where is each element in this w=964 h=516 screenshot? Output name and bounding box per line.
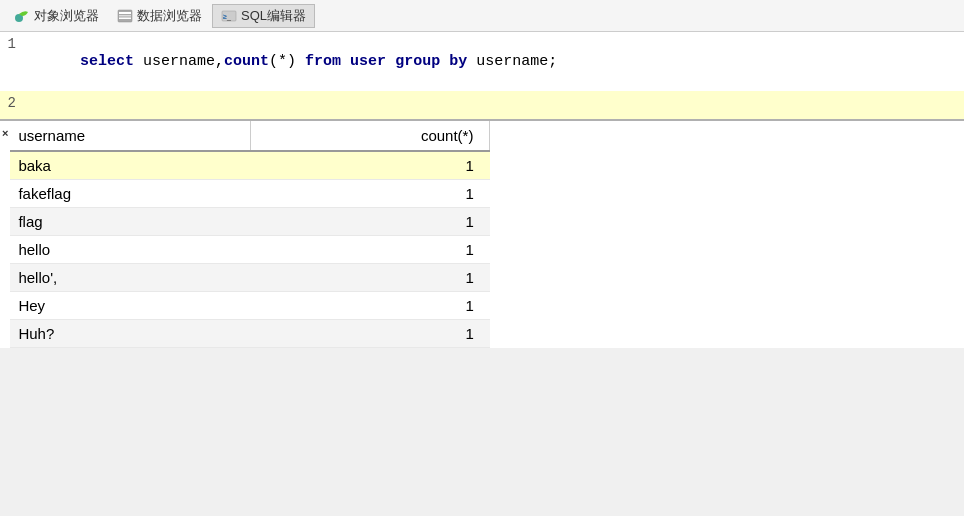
- cell-count: 1: [250, 180, 490, 208]
- sql-editor-icon: ≥ _: [221, 8, 237, 24]
- table-row: Huh?1: [10, 320, 490, 348]
- line-number-1: 1: [0, 32, 20, 91]
- data-browser-btn[interactable]: 数据浏览器: [109, 5, 210, 27]
- cell-count: 1: [250, 151, 490, 180]
- line-number-2: 2: [0, 91, 20, 119]
- cell-username: Huh?: [10, 320, 250, 348]
- kw-count: count: [224, 53, 269, 70]
- kw-from: from: [305, 53, 341, 70]
- cell-username: Hey: [10, 292, 250, 320]
- svg-rect-3: [119, 15, 131, 17]
- cell-count: 1: [250, 292, 490, 320]
- svg-text:_: _: [226, 13, 231, 21]
- sql-text-5: [440, 53, 449, 70]
- table-header-row: username count(*): [10, 121, 490, 151]
- cell-username: hello',: [10, 264, 250, 292]
- svg-rect-4: [119, 17, 131, 19]
- table-row: Hey1: [10, 292, 490, 320]
- kw-select: select: [80, 53, 134, 70]
- data-browser-label: 数据浏览器: [137, 7, 202, 25]
- col-header-count: count(*): [250, 121, 490, 151]
- results-area: × username count(*) baka1fakeflag1flag1h…: [0, 121, 964, 348]
- table-row: fakeflag1: [10, 180, 490, 208]
- cell-username: fakeflag: [10, 180, 250, 208]
- cell-username: baka: [10, 151, 250, 180]
- toolbar: 对象浏览器 数据浏览器 ≥ _ SQL编辑器: [0, 0, 964, 32]
- table-row: hello',1: [10, 264, 490, 292]
- table-row: flag1: [10, 208, 490, 236]
- sql-text-2: (*): [269, 53, 305, 70]
- sql-text-6: username;: [467, 53, 557, 70]
- sql-editor-btn[interactable]: ≥ _ SQL编辑器: [212, 4, 315, 28]
- kw-by: by: [449, 53, 467, 70]
- line-content-2[interactable]: [20, 91, 964, 119]
- cell-username: flag: [10, 208, 250, 236]
- sql-text-1: username,: [134, 53, 224, 70]
- results-table-wrapper: × username count(*) baka1fakeflag1flag1h…: [0, 121, 964, 348]
- results-table: username count(*) baka1fakeflag1flag1hel…: [10, 121, 490, 348]
- table-row: baka1: [10, 151, 490, 180]
- sql-text-3: [341, 53, 350, 70]
- object-browser-label: 对象浏览器: [34, 7, 99, 25]
- cell-count: 1: [250, 264, 490, 292]
- cell-count: 1: [250, 208, 490, 236]
- kw-group: group: [395, 53, 440, 70]
- editor-line-1: 1 select username,count(*) from user gro…: [0, 32, 964, 91]
- line-content-1[interactable]: select username,count(*) from user group…: [20, 32, 964, 91]
- svg-rect-2: [119, 12, 131, 14]
- cell-count: 1: [250, 320, 490, 348]
- sql-text-4: [386, 53, 395, 70]
- kw-user: user: [350, 53, 386, 70]
- object-browser-icon: [14, 8, 30, 24]
- sql-editor-area: 1 select username,count(*) from user gro…: [0, 32, 964, 121]
- col-header-username: username: [10, 121, 250, 151]
- editor-line-2[interactable]: 2: [0, 91, 964, 119]
- close-results-btn[interactable]: ×: [0, 121, 10, 145]
- data-browser-icon: [117, 8, 133, 24]
- table-row: hello1: [10, 236, 490, 264]
- cell-username: hello: [10, 236, 250, 264]
- object-browser-btn[interactable]: 对象浏览器: [6, 5, 107, 27]
- cell-count: 1: [250, 236, 490, 264]
- sql-editor-label: SQL编辑器: [241, 7, 306, 25]
